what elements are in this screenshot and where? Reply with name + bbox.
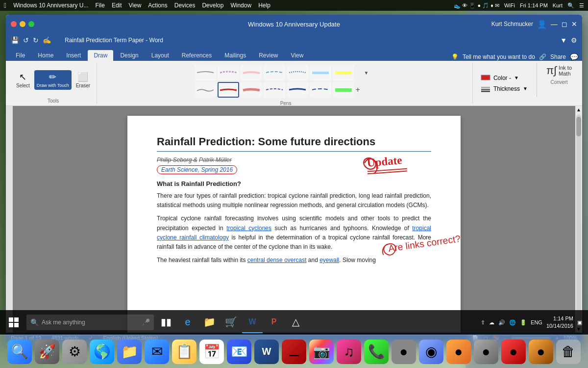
pen-13[interactable] [310,82,331,98]
menu-view[interactable]: View [129,2,142,9]
notifications-button[interactable]: ▣ [577,319,582,326]
undo-button[interactable]: ↺ [23,36,29,44]
windows-search-box[interactable]: 🔍 Ask me anything 🎤 [26,315,154,330]
dock-notes[interactable]: 📋 [172,340,196,364]
eraser-button[interactable]: ⬜ Eraser [74,70,93,90]
pen-14[interactable] [333,82,354,98]
ink-to-math-button[interactable]: π∫ Ink toMath [544,63,574,79]
dock-photos[interactable]: 📷 [309,340,334,364]
notification-icon[interactable]: ☰ [579,2,584,9]
maximize-button[interactable] [28,21,34,27]
link-cdo[interactable]: central dense overcast [247,257,307,263]
task-view-button[interactable]: ▮▮ [156,312,176,333]
dropdown-icon[interactable]: ▼ [560,36,567,44]
tab-design[interactable]: Design [114,50,144,61]
tab-insert[interactable]: Insert [60,50,87,61]
menu-help[interactable]: Help [258,2,270,9]
link-eyewall[interactable]: eyewall [319,257,339,263]
menu-actions[interactable]: Actions [148,2,167,9]
tell-me-input[interactable]: Tell me what you want to do [463,53,535,60]
pen-1[interactable] [195,65,216,80]
person-icon[interactable]: 👤 [537,20,547,29]
pen-11[interactable] [264,82,285,98]
pen-5[interactable] [287,65,308,80]
select-button[interactable]: ↖ Select [14,70,32,90]
menu-file[interactable]: File [96,2,105,9]
scrollbar-track[interactable] [576,114,581,324]
microphone-icon[interactable]: 🎤 [142,318,150,326]
link-tropical-cyclones[interactable]: tropical cyclones [226,225,271,232]
start-button[interactable] [3,312,24,333]
dock-music[interactable]: ♫ [337,340,361,364]
pen-12[interactable] [287,82,308,98]
tab-review[interactable]: Review [253,50,284,61]
color-selector[interactable]: Color - ▼ [478,73,531,83]
dock-files[interactable]: 📁 [117,340,142,364]
save-button[interactable]: 💾 [11,36,19,44]
dock-safari[interactable]: 🌎 [90,340,114,364]
minimize-button[interactable] [20,21,25,27]
dock-another4[interactable]: ● [501,340,526,364]
pen-add-button[interactable]: + [356,85,377,94]
store-icon[interactable]: 🛒 [220,312,241,333]
tab-layout[interactable]: Layout [146,50,175,61]
draw-touch-button[interactable]: ✏ Draw with Touch [34,70,72,90]
share-button[interactable]: Share [550,53,566,60]
apple-icon[interactable]:  [4,1,6,9]
menu-window[interactable]: Window [230,2,251,9]
tab-draw[interactable]: Draw [88,50,113,61]
document-content[interactable]: Rainfall Prediction: Some future directi… [13,106,575,333]
dock-unknown[interactable]: ● [392,340,416,364]
close-icon[interactable]: ✕ [571,20,577,28]
dock-calendar[interactable]: 📅 [199,340,224,364]
thickness-selector[interactable]: Thickness ▼ [478,84,531,94]
link-climatology[interactable]: tropical cyclone rainfall climatology [157,225,431,241]
menu-devices[interactable]: Devices [174,2,196,9]
tab-file[interactable]: File [10,50,31,61]
redo-button[interactable]: ↻ [33,36,39,44]
tab-view[interactable]: View [285,50,310,61]
file-explorer-icon[interactable]: 📁 [199,312,220,333]
dock-another2[interactable]: ● [446,340,471,364]
pen-3[interactable] [241,65,262,80]
game-icon[interactable]: △ [285,312,306,333]
touch-button[interactable]: ✍ [43,36,51,44]
pen-more-button[interactable]: ▼ [356,70,377,76]
settings-icon[interactable]: ⚙ [571,36,577,44]
dock-trash[interactable]: 🗑 [556,340,581,364]
tab-references[interactable]: References [176,50,218,61]
right-scrollbar[interactable]: ▲ ▼ [575,106,582,333]
pen-2[interactable] [218,65,239,80]
tray-up-arrow[interactable]: ⇧ [481,319,485,326]
dock-word[interactable]: W [254,340,279,364]
search-icon[interactable]: 🔍 [567,2,574,9]
powerpoint-icon[interactable]: P [264,312,284,333]
pen-10[interactable] [241,82,262,98]
pen-6[interactable] [310,65,331,80]
menu-develop[interactable]: Develop [202,2,223,9]
scrollbar-thumb[interactable] [576,117,581,136]
tab-home[interactable]: Home [32,50,59,61]
pen-7[interactable] [333,65,354,80]
dock-phone[interactable]: 📞 [364,340,389,364]
word-taskbar-icon[interactable]: W [242,312,263,333]
pen-9[interactable] [218,82,239,98]
comment-icon[interactable]: 💬 [570,53,578,61]
edge-icon[interactable]: e [177,312,198,333]
dock-outlook[interactable]: 📧 [227,340,251,364]
pen-8[interactable] [195,82,216,98]
dock-system-prefs[interactable]: ⚙ [62,340,87,364]
dock-launchpad[interactable]: 🚀 [35,340,59,364]
menu-edit[interactable]: Edit [112,2,122,9]
dock-parallels[interactable]: ⚊ [282,340,306,364]
dock-another3[interactable]: ● [474,340,498,364]
close-button[interactable] [11,21,17,27]
dock-another5[interactable]: ● [529,340,553,364]
minimize-icon[interactable]: — [551,20,558,28]
dock-mail[interactable]: ✉ [145,340,169,364]
restore-icon[interactable]: ◻ [562,20,567,28]
tab-mailings[interactable]: Mailings [219,50,252,61]
pen-4[interactable] [264,65,285,80]
scroll-up-button[interactable]: ▲ [575,106,582,113]
dock-another[interactable]: ◉ [419,340,443,364]
